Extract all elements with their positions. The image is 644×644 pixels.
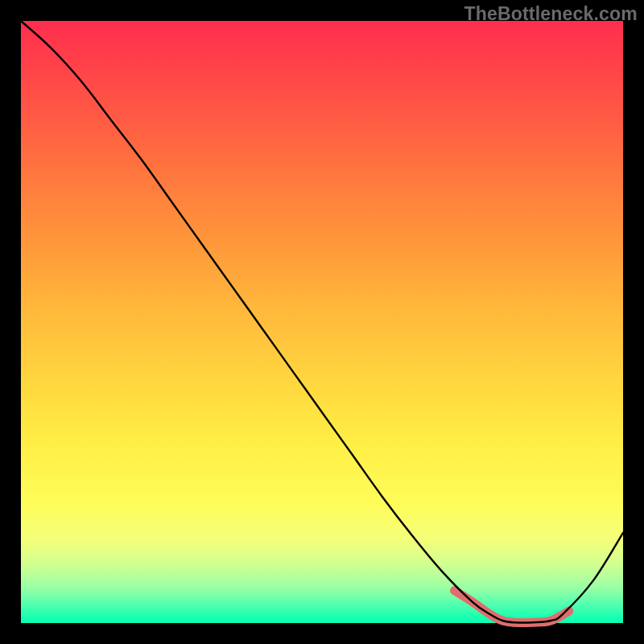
highlight-segment: [455, 591, 569, 623]
chart-curve-layer: [21, 21, 623, 623]
bottleneck-curve: [21, 21, 623, 623]
